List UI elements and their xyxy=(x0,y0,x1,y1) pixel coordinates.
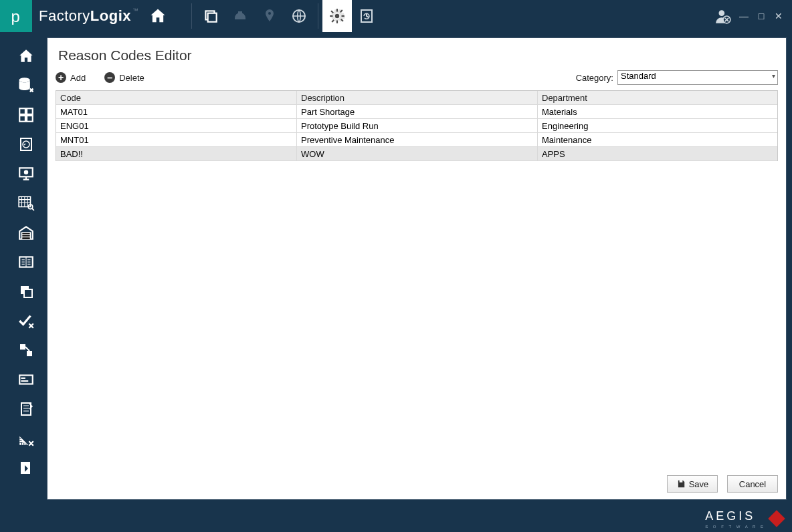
toolbar-row: + Add – Delete Category: Standard ▾ xyxy=(56,70,778,85)
svg-rect-31 xyxy=(27,351,32,356)
page-title: Reason Codes Editor xyxy=(58,47,778,63)
svg-rect-33 xyxy=(21,378,25,379)
maximize-button[interactable]: □ xyxy=(756,11,767,21)
save-button[interactable]: Save xyxy=(667,475,718,493)
category-label: Category: xyxy=(576,73,613,83)
cell-department[interactable]: APPS xyxy=(538,147,777,160)
cell-department[interactable]: Maintenance xyxy=(538,133,777,146)
footer-brand: AEGIS xyxy=(705,509,765,523)
globe-icon[interactable] xyxy=(284,0,314,32)
table-row[interactable]: MAT01 Part Shortage Materials xyxy=(56,105,777,119)
history-icon[interactable] xyxy=(352,0,381,32)
svg-rect-17 xyxy=(19,108,25,114)
col-department[interactable]: Department xyxy=(538,91,777,104)
cell-code[interactable]: ENG01 xyxy=(56,119,297,132)
footer: AEGIS S O F T W A R E xyxy=(0,505,792,532)
svg-rect-6 xyxy=(336,21,337,23)
plus-icon: + xyxy=(56,72,66,83)
svg-rect-12 xyxy=(331,19,334,23)
sidebar-blocks-icon[interactable] xyxy=(9,100,43,130)
svg-rect-20 xyxy=(27,116,33,122)
table-row[interactable]: ENG01 Prototype Build Run Engineering xyxy=(56,119,777,133)
close-button[interactable]: ✕ xyxy=(773,11,784,21)
sidebar xyxy=(5,37,47,500)
sidebar-copy-icon[interactable] xyxy=(9,277,43,306)
sidebar-export-icon[interactable] xyxy=(9,453,43,483)
separator xyxy=(318,3,318,29)
cell-description[interactable]: WOW xyxy=(297,147,538,160)
save-label: Save xyxy=(689,479,709,489)
table-row[interactable]: MNT01 Preventive Maintenance Maintenance xyxy=(56,133,777,147)
minimize-button[interactable]: — xyxy=(738,11,749,21)
svg-rect-18 xyxy=(27,108,33,114)
sidebar-table-search-icon[interactable] xyxy=(9,188,43,218)
cell-department[interactable]: Materials xyxy=(538,105,777,118)
separator xyxy=(191,3,192,29)
main-panel: Reason Codes Editor + Add – Delete Categ… xyxy=(47,37,787,500)
chevron-down-icon: ▾ xyxy=(772,72,775,80)
sidebar-ruler-icon[interactable] xyxy=(9,424,43,453)
svg-text:p: p xyxy=(11,7,19,25)
stack-icon[interactable] xyxy=(196,0,225,32)
cell-description[interactable]: Part Shortage xyxy=(297,105,538,118)
home-icon[interactable] xyxy=(148,7,167,25)
cancel-label: Cancel xyxy=(739,479,766,489)
svg-point-14 xyxy=(719,10,725,16)
svg-rect-5 xyxy=(336,9,337,11)
svg-point-22 xyxy=(23,141,29,148)
sidebar-history-icon[interactable] xyxy=(9,130,43,159)
helmet-icon[interactable] xyxy=(225,0,255,32)
svg-point-16 xyxy=(19,78,30,82)
cell-description[interactable]: Preventive Maintenance xyxy=(297,133,538,146)
sidebar-card-icon[interactable] xyxy=(9,365,43,394)
table-row[interactable]: BAD!! WOW APPS xyxy=(56,147,777,161)
footer-subtitle: S O F T W A R E xyxy=(705,525,765,529)
gear-icon[interactable] xyxy=(322,0,352,32)
add-label: Add xyxy=(70,73,86,83)
trademark: ™ xyxy=(132,7,139,14)
sidebar-shapes-icon[interactable] xyxy=(9,336,43,365)
svg-rect-29 xyxy=(24,289,32,297)
svg-rect-8 xyxy=(341,15,344,17)
diamond-icon xyxy=(768,510,785,527)
svg-rect-34 xyxy=(21,380,28,382)
add-button[interactable]: + Add xyxy=(56,72,86,83)
svg-rect-30 xyxy=(20,344,25,350)
app-root: p FactoryLogix™ xyxy=(0,0,792,532)
svg-rect-7 xyxy=(330,15,332,17)
col-description[interactable]: Description xyxy=(297,91,538,104)
sidebar-monitor-icon[interactable] xyxy=(9,159,43,188)
sidebar-database-icon[interactable] xyxy=(9,71,43,100)
header-bar: p FactoryLogix™ xyxy=(0,0,792,32)
header-right: — □ ✕ xyxy=(714,7,792,25)
brand-text: FactoryLogix™ xyxy=(39,7,139,25)
svg-point-4 xyxy=(334,14,339,19)
delete-button[interactable]: – Delete xyxy=(104,72,144,83)
delete-label: Delete xyxy=(119,73,144,83)
category-select[interactable]: Standard ▾ xyxy=(617,70,778,85)
sidebar-clipboard-icon[interactable] xyxy=(9,394,43,424)
pin-icon[interactable] xyxy=(255,0,284,32)
cell-code[interactable]: MAT01 xyxy=(56,105,297,118)
cell-description[interactable]: Prototype Build Run xyxy=(297,119,538,132)
reason-codes-table: Code Description Department MAT01 Part S… xyxy=(56,90,778,161)
table-header-row: Code Description Department xyxy=(56,91,777,105)
body: Reason Codes Editor + Add – Delete Categ… xyxy=(0,32,792,505)
sidebar-warehouse-icon[interactable] xyxy=(9,218,43,247)
cell-code[interactable]: BAD!! xyxy=(56,147,297,160)
svg-point-24 xyxy=(24,170,29,175)
sidebar-home-icon[interactable] xyxy=(9,41,43,71)
sidebar-book-icon[interactable] xyxy=(9,247,43,277)
cell-department[interactable]: Engineering xyxy=(538,119,777,132)
minus-icon: – xyxy=(104,72,115,83)
header-toolbar xyxy=(187,0,381,32)
category-value: Standard xyxy=(621,71,656,81)
svg-rect-2 xyxy=(207,13,216,22)
cancel-button[interactable]: Cancel xyxy=(727,475,778,493)
panel-footer: Save Cancel xyxy=(56,469,778,493)
user-icon[interactable] xyxy=(714,7,732,25)
col-code[interactable]: Code xyxy=(56,91,297,104)
sidebar-check-x-icon[interactable] xyxy=(9,306,43,336)
cell-code[interactable]: MNT01 xyxy=(56,133,297,146)
logo-icon: p xyxy=(0,0,32,32)
